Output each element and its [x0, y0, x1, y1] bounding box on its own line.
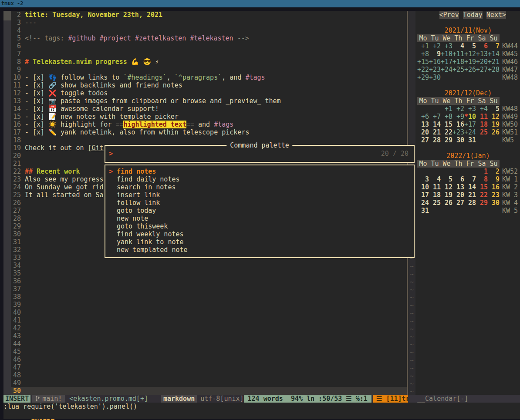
calendar-day[interactable]: +4: [476, 105, 488, 113]
calendar-day[interactable]: 30: [452, 136, 464, 144]
palette-item[interactable]: goto thisweek: [105, 222, 414, 230]
calendar-day[interactable]: *10: [464, 113, 476, 121]
calendar-day[interactable]: +2: [429, 42, 441, 50]
calendar-day[interactable]: 14: [429, 121, 441, 128]
calendar-day[interactable]: +7: [429, 113, 441, 121]
calendar-day[interactable]: +8: [417, 50, 429, 58]
calendar-day[interactable]: +30: [429, 74, 441, 81]
calendar-day[interactable]: 1: [476, 168, 488, 175]
calendar-day[interactable]: 6: [452, 175, 464, 183]
calendar-day[interactable]: +24: [441, 66, 452, 74]
calendar-day[interactable]: 12: [488, 113, 500, 121]
calendar-day[interactable]: 30: [488, 199, 500, 207]
palette-item[interactable]: new note: [105, 215, 414, 222]
calendar-day[interactable]: 29: [476, 199, 488, 207]
calendar-day[interactable]: 15: [441, 121, 452, 128]
calendar-day[interactable]: 18: [476, 121, 488, 128]
calendar-day[interactable]: 28: [429, 136, 441, 144]
calendar-day[interactable]: +11: [452, 50, 464, 58]
calendar-day[interactable]: 28: [464, 199, 476, 207]
prev-month-button[interactable]: <Prev: [439, 11, 459, 19]
calendar-day[interactable]: 18: [429, 191, 441, 199]
palette-item[interactable]: new templated note: [105, 246, 414, 254]
next-month-button[interactable]: Next>: [486, 11, 506, 19]
calendar-day[interactable]: +26: [464, 66, 476, 74]
calendar-day[interactable]: 31: [417, 207, 429, 215]
calendar-day[interactable]: 2: [488, 168, 500, 175]
calendar-day[interactable]: 23: [488, 191, 500, 199]
calendar-day[interactable]: 22: [441, 128, 452, 136]
calendar-day[interactable]: +25: [452, 66, 464, 74]
calendar-day[interactable]: 5: [441, 175, 452, 183]
palette-item[interactable]: >find notes: [105, 168, 414, 175]
calendar-day[interactable]: 9: [488, 175, 500, 183]
calendar-day[interactable]: 10: [417, 183, 429, 191]
palette-prompt-caret[interactable]: >: [109, 150, 113, 158]
calendar-day[interactable]: 4: [452, 42, 464, 50]
calendar-day[interactable]: 7: [488, 42, 500, 50]
calendar-day[interactable]: +10: [441, 50, 452, 58]
calendar-day[interactable]: 15: [476, 183, 488, 191]
calendar-day[interactable]: +29: [417, 74, 429, 81]
calendar-day[interactable]: +21: [488, 58, 500, 66]
calendar-day[interactable]: +12: [464, 50, 476, 58]
calendar-day[interactable]: +17: [441, 58, 452, 66]
calendar-day[interactable]: +20: [476, 58, 488, 66]
calendar-day[interactable]: 11: [476, 113, 488, 121]
calendar-day[interactable]: 25: [476, 128, 488, 136]
calendar-day[interactable]: 9: [429, 50, 441, 58]
calendar-day[interactable]: 21: [464, 191, 476, 199]
calendar-day[interactable]: 16: [488, 183, 500, 191]
calendar-day[interactable]: 19: [488, 121, 500, 128]
calendar-day[interactable]: +16: [429, 58, 441, 66]
calendar-day[interactable]: 20: [417, 128, 429, 136]
calendar-day[interactable]: 8: [476, 175, 488, 183]
calendar-day[interactable]: +6: [417, 113, 429, 121]
calendar-day[interactable]: 13: [417, 121, 429, 128]
calendar-day[interactable]: 14: [464, 183, 476, 191]
vim-command-line[interactable]: :lua require('telekasten').panel(): [3, 403, 520, 410]
palette-item[interactable]: insert link: [105, 191, 414, 199]
calendar-day[interactable]: 13: [452, 183, 464, 191]
calendar-day[interactable]: +3: [441, 42, 452, 50]
calendar-day[interactable]: +3: [464, 105, 476, 113]
palette-item[interactable]: goto today: [105, 207, 414, 215]
calendar-day[interactable]: 31: [464, 136, 476, 144]
calendar-day[interactable]: 24: [417, 199, 429, 207]
calendar-day[interactable]: +18: [452, 58, 464, 66]
calendar-day[interactable]: 21: [429, 128, 441, 136]
calendar-day[interactable]: 5: [488, 105, 500, 113]
calendar-day[interactable]: 12: [441, 183, 452, 191]
calendar-day[interactable]: +2: [452, 105, 464, 113]
palette-item[interactable]: find weekly notes: [105, 230, 414, 238]
calendar-day[interactable]: +27: [476, 66, 488, 74]
calendar-day[interactable]: +1: [441, 105, 452, 113]
calendar-day[interactable]: +28: [488, 66, 500, 74]
palette-item[interactable]: follow link: [105, 199, 414, 207]
calendar-day[interactable]: +1: [417, 42, 429, 50]
calendar-day[interactable]: 16: [452, 121, 464, 128]
calendar-day[interactable]: 5: [464, 42, 476, 50]
calendar-day[interactable]: 25: [429, 199, 441, 207]
calendar-day[interactable]: +9: [452, 113, 464, 121]
calendar-day[interactable]: +14: [488, 50, 500, 58]
calendar-day[interactable]: 17: [417, 191, 429, 199]
calendar-day[interactable]: 20: [452, 191, 464, 199]
calendar-day[interactable]: 26: [488, 128, 500, 136]
calendar-day[interactable]: 7: [464, 175, 476, 183]
calendar-day[interactable]: 26: [441, 199, 452, 207]
calendar-day[interactable]: 19: [441, 191, 452, 199]
palette-item[interactable]: find daily notes: [105, 175, 414, 183]
calendar-day[interactable]: +23: [452, 128, 464, 136]
calendar-day[interactable]: +19: [464, 58, 476, 66]
palette-item[interactable]: yank link to note: [105, 238, 414, 246]
calendar-day[interactable]: +23: [429, 66, 441, 74]
calendar-day[interactable]: 3: [417, 175, 429, 183]
calendar-day[interactable]: +17: [464, 121, 476, 128]
calendar-day[interactable]: 4: [429, 175, 441, 183]
today-button[interactable]: Today: [463, 11, 483, 19]
calendar-day[interactable]: 29: [441, 136, 452, 144]
calendar-day[interactable]: +8: [441, 113, 452, 121]
calendar-day[interactable]: +15: [417, 58, 429, 66]
palette-item[interactable]: search in notes: [105, 183, 414, 191]
